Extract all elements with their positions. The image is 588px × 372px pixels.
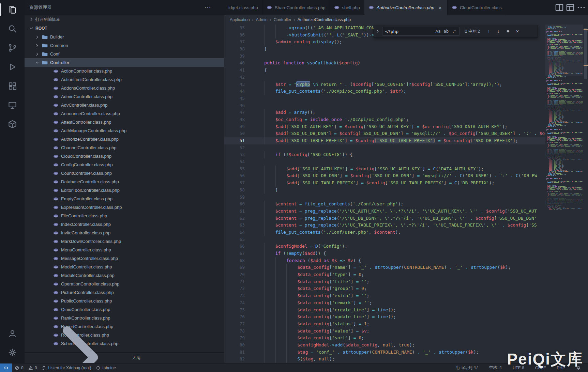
tree-item-admincontroller-class-php[interactable]: phpAdminController.class.php bbox=[25, 92, 224, 101]
code-line-61[interactable]: 61 $content = preg_replace('/\'UC_AUTH_K… bbox=[224, 208, 545, 215]
code-line-81[interactable]: 81 $tag = 'conf_' . strtoupper(CONTROLLE… bbox=[224, 349, 545, 356]
vertical-scrollbar[interactable] bbox=[583, 25, 588, 363]
more-actions-icon[interactable] bbox=[576, 3, 586, 12]
status-language-mode[interactable]: PHP bbox=[554, 363, 568, 372]
code-line-74[interactable]: 74 $data_config['remark'] = ''; bbox=[224, 299, 545, 307]
code-line-37[interactable]: 37 $admin_config->display(); bbox=[224, 38, 545, 46]
breadcrumb-item[interactable]: Controller bbox=[274, 17, 291, 22]
split-editor-icon[interactable] bbox=[555, 3, 564, 12]
code-line-60[interactable]: 60 $content = file_get_contents('./Conf/… bbox=[224, 201, 545, 208]
package-explorer-icon[interactable] bbox=[0, 114, 25, 134]
code-line-39[interactable]: 39 bbox=[224, 53, 545, 60]
code-line-53[interactable]: 53 if (!$config['SSO_CONFIG']) { bbox=[224, 151, 545, 158]
tree-item-controller[interactable]: Controller bbox=[25, 58, 224, 67]
code-line-77[interactable]: 77 $data_config['status'] = 1; bbox=[224, 321, 545, 328]
tree-item-announcecontroller-class-php[interactable]: phpAnnounceController.class.php bbox=[25, 109, 224, 118]
tree-item-editortoolcontroller-class-php[interactable]: phpEditorToolController.class.php bbox=[25, 186, 224, 195]
code-line-82[interactable]: 82 S($tag, null); bbox=[224, 356, 545, 363]
find-close-button[interactable]: × bbox=[514, 28, 521, 35]
code-line-40[interactable]: 40 public function ssoCallback($config) bbox=[224, 60, 545, 67]
tree-item-attestcontroller-class-php[interactable]: phpAttestController.class.php bbox=[25, 118, 224, 126]
tree-item-publiccontroller-class-php[interactable]: phpPublicController.class.php bbox=[25, 297, 224, 305]
remote-explorer-icon[interactable] bbox=[0, 95, 25, 114]
tree-item-filecontroller-class-php[interactable]: phpFileController.class.php bbox=[25, 212, 224, 220]
tree-item-advcontroller-class-php[interactable]: phpAdvController.class.php bbox=[25, 101, 224, 109]
code-line-46[interactable]: 46 bbox=[224, 102, 545, 109]
scrollbar-thumb[interactable] bbox=[584, 28, 587, 79]
code-line-72[interactable]: 72 $data_config['group'] = 0; bbox=[224, 285, 545, 292]
account-icon[interactable] bbox=[0, 324, 25, 343]
breadcrumb-item[interactable]: AuthorizeController.class.php bbox=[298, 17, 351, 22]
tree-item-channelcontroller-class-php[interactable]: phpChannelController.class.php bbox=[25, 143, 224, 152]
code-line-76[interactable]: 76 $data_config['update_time'] = time(); bbox=[224, 313, 545, 321]
tab-cloudcontroller-class-[interactable]: phpCloudController.class. bbox=[448, 0, 507, 15]
code-line-64[interactable]: 64 file_put_contents('./Conf/user.php', … bbox=[224, 229, 545, 236]
tree-item-menucontroller-class-php[interactable]: phpMenuController.class.php bbox=[25, 246, 224, 254]
root-section[interactable]: ROOT bbox=[25, 24, 224, 33]
source-control-icon[interactable] bbox=[0, 38, 25, 57]
code-line-51[interactable]: 51 $add['SSO_UC_TABLE_PREFIX'] = $config… bbox=[224, 137, 545, 144]
code-line-67[interactable]: 67 if (!empty($add)) { bbox=[224, 250, 545, 257]
match-case-toggle[interactable]: Aa bbox=[434, 28, 442, 35]
tree-item-actioncontroller-class-php[interactable]: phpActionController.class.php bbox=[25, 67, 224, 75]
code-line-80[interactable]: 80 $configModel->add($data_config, null,… bbox=[224, 342, 545, 349]
code-line-55[interactable]: 55 $add['SSO_UC_AUTH_KEY'] = $config['SS… bbox=[224, 166, 545, 173]
code-line-45[interactable]: 45 bbox=[224, 95, 545, 102]
code-line-52[interactable]: 52 bbox=[224, 144, 545, 152]
whole-word-toggle[interactable]: ab bbox=[442, 28, 450, 35]
tree-item-markdowncontroller-class-php[interactable]: phpMarkDownController.class.php bbox=[25, 237, 224, 246]
find-previous-button[interactable]: ↑ bbox=[485, 28, 493, 35]
code-line-62[interactable]: 62 $content = preg_replace('/\'UC_DB_DSN… bbox=[224, 215, 545, 222]
find-input[interactable]: <?php Aa ab .* bbox=[382, 27, 460, 36]
tree-item-conf[interactable]: Conf bbox=[25, 50, 224, 58]
tab-authorizecontroller-class-php[interactable]: phpAuthorizeController.class.php× bbox=[364, 0, 448, 15]
code-line-49[interactable]: 49 $add['SSO_UC_AUTH_KEY'] = $config['SS… bbox=[224, 123, 545, 130]
tree-item-cloudcontroller-class-php[interactable]: phpCloudController.class.php bbox=[25, 152, 224, 160]
tree-item-emptycontroller-class-php[interactable]: phpEmptyController.class.php bbox=[25, 195, 224, 203]
status-remote-indicator[interactable] bbox=[0, 363, 12, 372]
code-line-70[interactable]: 70 $data_config['type'] = 0; bbox=[224, 271, 545, 278]
code-line-54[interactable]: 54 bbox=[224, 158, 545, 166]
code-line-42[interactable]: 42 bbox=[224, 74, 545, 81]
tree-item-expressioncontroller-class-php[interactable]: phpExpressionController.class.php bbox=[25, 203, 224, 212]
tree-item-authorizecontroller-class-php[interactable]: phpAuthorizeController.class.php bbox=[25, 135, 224, 143]
tree-item-modelcontroller-class-php[interactable]: phpModelController.class.php bbox=[25, 263, 224, 271]
code-line-58[interactable]: 58 } bbox=[224, 187, 545, 194]
tree-item-addonscontroller-class-php[interactable]: phpAddonsController.class.php bbox=[25, 84, 224, 92]
code-line-38[interactable]: 38 } bbox=[224, 46, 545, 53]
status-notifications[interactable] bbox=[574, 363, 583, 372]
code-line-50[interactable]: 50 $add['SSO_UC_DB_DSN'] = $config['SSO_… bbox=[224, 130, 545, 137]
tab-sharecontroller-class-php[interactable]: phpShareController.class.php bbox=[262, 0, 330, 15]
minimap[interactable] bbox=[545, 25, 583, 363]
tree-item-builder[interactable]: Builder bbox=[25, 33, 224, 41]
close-icon[interactable]: × bbox=[437, 4, 443, 11]
open-editors-section[interactable]: 打开的编辑器 bbox=[25, 15, 224, 24]
code-line-69[interactable]: 69 $data_config['name'] = '_' . strtoupp… bbox=[224, 264, 545, 271]
tree-item-countcontroller-class-php[interactable]: phpCountController.class.php bbox=[25, 169, 224, 177]
code-line-47[interactable]: 47 $add = array(); bbox=[224, 109, 545, 116]
code-line-78[interactable]: 78 $data_config['value'] = $v; bbox=[224, 328, 545, 335]
code-line-41[interactable]: 41 { bbox=[224, 67, 545, 74]
tree-item-authmanagercontroller-class-php[interactable]: phpAuthManagerController.class.php bbox=[25, 126, 224, 135]
code-line-66[interactable]: 66 $configModel = D('Config'); bbox=[224, 243, 545, 250]
settings-icon[interactable] bbox=[0, 343, 25, 362]
explorer-icon[interactable] bbox=[0, 0, 25, 19]
breadcrumb[interactable]: Application›Admin›Controller›AuthorizeCo… bbox=[224, 15, 588, 25]
code-line-75[interactable]: 75 $data_config['create_time'] = time(); bbox=[224, 307, 545, 314]
status-xdebug-listen[interactable]: Listen for Xdebug (root) bbox=[39, 363, 93, 372]
tree-item-common[interactable]: Common bbox=[25, 41, 224, 50]
status-tabnine[interactable]: tabnine bbox=[93, 363, 118, 372]
tree-item-indexcontroller-class-php[interactable]: phpIndexController.class.php bbox=[25, 220, 224, 229]
code-line-73[interactable]: 73 $data_config['extra'] = ''; bbox=[224, 292, 545, 299]
code-line-43[interactable]: 43 $str = "<?php \n return " . ($config[… bbox=[224, 81, 545, 88]
outline-section[interactable]: 大纲 bbox=[25, 352, 224, 363]
tree-item-operationcontroller-class-php[interactable]: phpOperationController.class.php bbox=[25, 280, 224, 288]
code-line-57[interactable]: 57 $add['SSO_UC_TABLE_PREFIX'] = $config… bbox=[224, 180, 545, 187]
find-next-button[interactable]: ↓ bbox=[495, 28, 502, 35]
code-line-44[interactable]: 44 file_put_contents('./OcApi/oc_config.… bbox=[224, 88, 545, 95]
tree-item-messagecontroller-class-php[interactable]: phpMessageController.class.php bbox=[25, 254, 224, 263]
code-line-68[interactable]: 68 foreach ($add as $k => $v) { bbox=[224, 257, 545, 264]
code-line-65[interactable]: 65 bbox=[224, 236, 545, 243]
status-encoding[interactable]: UTF-8 bbox=[510, 363, 527, 372]
status-warnings[interactable]: 0 bbox=[26, 363, 40, 372]
